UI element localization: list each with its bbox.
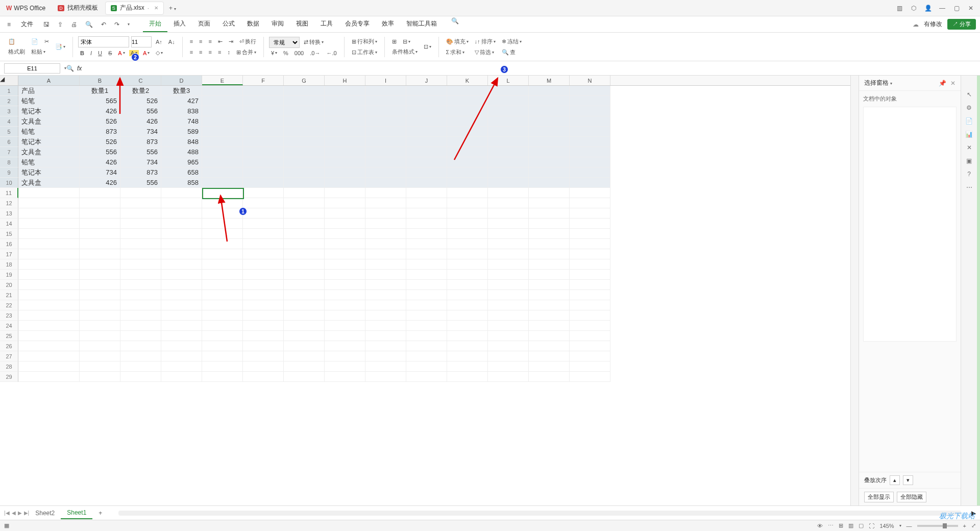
cell[interactable] [529,372,570,382]
number-format-select[interactable]: 常规 [269,37,300,48]
cell[interactable] [284,86,325,96]
cell[interactable]: 734 [120,127,161,137]
fill-button[interactable]: 🎨填充▾ [444,37,471,46]
cell[interactable] [488,188,529,198]
cell[interactable] [325,137,365,147]
hide-all-button[interactable]: 全部隐藏 [897,492,926,502]
cell[interactable] [406,372,447,382]
cell[interactable] [365,137,406,147]
cell[interactable] [120,331,161,341]
cell[interactable]: 426 [120,116,161,127]
cell[interactable] [488,208,529,219]
col-header[interactable]: G [284,76,325,85]
cell[interactable] [80,290,120,300]
cell[interactable] [284,219,325,229]
cell[interactable]: 文具盒 [18,116,80,127]
cell[interactable] [570,219,610,229]
cell[interactable] [325,290,365,300]
cell[interactable] [325,249,365,259]
clipboard-icon[interactable]: 📋 [6,37,27,46]
cell[interactable] [488,372,529,382]
cell[interactable] [120,341,161,351]
maximize-icon[interactable]: ▢ [951,5,962,12]
page-view-icon[interactable]: ▥ [848,522,853,529]
orientation-icon[interactable]: ↕ [225,48,232,56]
cell[interactable] [325,219,365,229]
row-header[interactable]: 20 [0,280,18,290]
status-icon[interactable]: ▦ [4,522,9,529]
cell[interactable] [529,280,570,290]
more-icon[interactable]: ▾ [125,21,133,28]
cell[interactable] [243,372,284,382]
cell[interactable] [325,86,365,96]
cell[interactable] [284,372,325,382]
font-color2-button[interactable]: A▾ [141,49,152,57]
cell[interactable] [202,300,243,310]
bold-button[interactable]: B [78,49,86,57]
cell[interactable] [447,249,488,259]
cell[interactable] [80,208,120,219]
cell[interactable] [161,188,202,198]
cell[interactable] [284,127,325,137]
tools-icon[interactable]: ✕ [967,144,972,151]
cell[interactable] [529,321,570,331]
cell[interactable]: 笔记本 [18,137,80,147]
cell[interactable] [570,147,610,157]
cell[interactable] [325,361,365,372]
cell[interactable] [570,157,610,167]
cell[interactable] [488,219,529,229]
cell[interactable]: 526 [80,116,120,127]
cell[interactable] [243,310,284,321]
expand-icon[interactable]: ⤢ [971,522,976,529]
cell[interactable] [80,270,120,280]
cell[interactable] [406,137,447,147]
cell[interactable] [447,351,488,361]
col-header[interactable]: N [570,76,610,85]
cell[interactable] [447,331,488,341]
cell[interactable] [365,229,406,239]
cell[interactable] [284,116,325,127]
cell[interactable] [365,188,406,198]
export-icon[interactable]: ⇪ [55,20,66,29]
cell[interactable]: 文具盒 [18,178,80,188]
cell[interactable] [365,341,406,351]
tab-product-xlsx[interactable]: S 产品.xlsx · ✕ [105,2,164,15]
cell[interactable] [18,341,80,351]
cell[interactable] [18,229,80,239]
cell[interactable]: 556 [120,178,161,188]
cell[interactable] [161,372,202,382]
cell[interactable] [284,229,325,239]
cell[interactable]: 873 [120,137,161,147]
cell[interactable] [18,208,80,219]
cell[interactable] [325,321,365,331]
cell[interactable] [202,351,243,361]
cell[interactable] [529,178,570,188]
cell[interactable] [488,229,529,239]
cell[interactable] [284,290,325,300]
cell[interactable] [570,321,610,331]
cell[interactable] [529,361,570,372]
worksheet-button[interactable]: ⊡工作表▾ [350,47,379,57]
cell[interactable]: 427 [161,96,202,106]
cell[interactable] [365,300,406,310]
align-justify-icon[interactable]: ≡ [216,48,223,56]
row-header[interactable]: 5 [0,127,18,137]
cell[interactable] [284,137,325,147]
cell[interactable] [488,310,529,321]
cell[interactable] [161,198,202,208]
cell[interactable] [447,300,488,310]
menu-tools[interactable]: 工具 [314,16,339,32]
cell[interactable] [243,178,284,188]
cell[interactable] [325,198,365,208]
cell[interactable] [284,96,325,106]
cell[interactable]: 426 [80,157,120,167]
cell[interactable] [406,361,447,372]
cell[interactable] [447,229,488,239]
hamburger-icon[interactable]: ≡ [4,20,14,29]
cell[interactable] [570,178,610,188]
menu-page[interactable]: 页面 [192,16,216,32]
cell[interactable] [325,270,365,280]
cell[interactable] [284,239,325,249]
cell[interactable] [161,270,202,280]
align-top-icon[interactable]: ≡ [188,37,195,45]
